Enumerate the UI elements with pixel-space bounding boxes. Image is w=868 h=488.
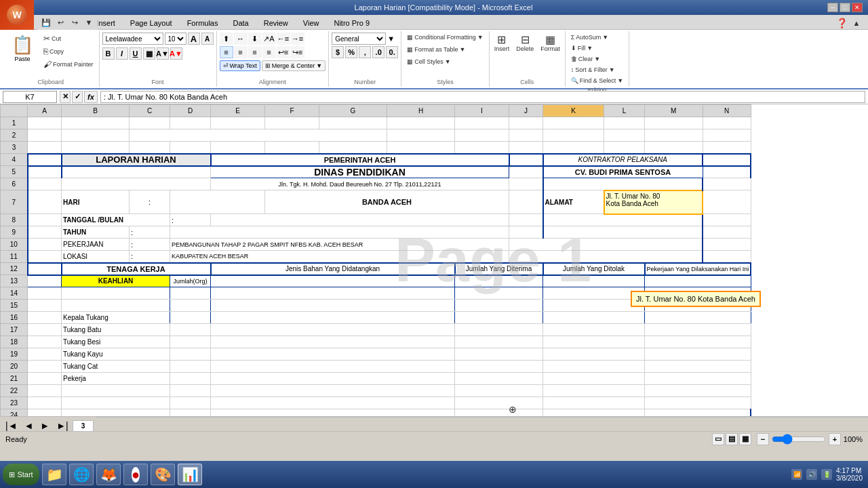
cell-b8[interactable]: TANGGAL /BULAN [62,214,170,226]
cell-k1[interactable] [543,117,604,129]
cell-a16[interactable] [28,312,62,324]
merge-center-button[interactable]: ⊞ Merge & Center ▼ [262,60,326,71]
cell-b7[interactable]: HARI [62,190,130,214]
delete-btn[interactable]: ⊟ Delete [514,33,536,55]
cell-k24[interactable] [543,409,645,417]
normal-view-btn[interactable]: ▭ [712,433,724,445]
col-header-i[interactable]: I [455,105,509,117]
cell-b3[interactable] [62,142,130,154]
cell-n1[interactable] [703,117,751,129]
ltr-btn[interactable]: ↪≡ [291,46,304,58]
tab-page-layout[interactable]: Page Layout [123,16,180,29]
cell-a24[interactable] [28,409,62,417]
cell-e1[interactable] [211,117,265,129]
cell-e23[interactable] [211,397,455,409]
cell-b21[interactable]: Pekerja [62,373,170,385]
cell-a15[interactable] [28,300,62,312]
font-family-select[interactable]: Leelawadee [102,33,163,45]
cell-m23[interactable] [645,397,751,409]
tab-review[interactable]: Review [256,16,296,29]
cell-d8[interactable]: : [170,214,211,226]
cell-h1[interactable] [387,117,455,129]
indent-decrease-btn[interactable]: ←≡ [277,33,290,45]
ribbon-help-btn[interactable]: ❓ [835,17,848,29]
cell-j8[interactable] [509,214,543,226]
cell-n7[interactable] [703,190,751,214]
sort-filter-btn[interactable]: ↕ Sort & Filter ▼ [568,65,618,75]
cell-n4[interactable] [703,154,751,166]
cell-e5[interactable]: DINAS PENDIDIKAN [211,166,509,178]
save-quick-btn[interactable]: 💾 [40,16,52,28]
cell-e12[interactable]: Jenis Bahan Yang Didatangkan [211,263,455,275]
cell-f3[interactable] [265,142,319,154]
increase-font-btn[interactable]: A [188,33,200,45]
cell-e14[interactable] [211,287,455,300]
cell-a23[interactable] [28,397,62,409]
cell-e15[interactable] [211,300,455,312]
cell-k3[interactable] [543,142,604,154]
redo-quick-btn[interactable]: ↪ [68,16,81,28]
cell-e17[interactable] [211,324,455,336]
italic-button[interactable]: I [116,47,128,60]
wrap-text-button[interactable]: ⏎ Wrap Text [220,60,260,71]
cell-k7[interactable]: ALAMAT [543,190,604,214]
cell-n10[interactable] [703,239,751,251]
cell-f1[interactable] [265,117,319,129]
cell-e13[interactable] [211,275,455,287]
cell-d11[interactable]: KABUPATEN ACEH BESAR [170,251,509,263]
align-bottom-btn[interactable]: ⬇ [248,33,262,45]
cell-n11[interactable] [703,251,751,263]
cell-a8[interactable] [28,214,62,226]
find-select-btn[interactable]: 🔍 Find & Select ▼ [568,76,626,85]
cell-f7[interactable]: BANDA ACEH [265,190,509,214]
taskbar-explorer[interactable]: 📁 [42,464,66,485]
qa-dropdown-btn[interactable]: ▼ [83,16,95,28]
text-angle-btn[interactable]: ↗A [262,33,276,45]
cell-i13[interactable] [455,275,543,287]
cell-i23[interactable] [455,397,543,409]
cell-j10[interactable] [509,239,703,251]
cell-b13[interactable]: KEAHLIAN [62,275,170,287]
decrease-font-btn[interactable]: A [201,33,214,45]
cell-g1[interactable] [319,117,387,129]
cell-d1[interactable] [170,117,211,129]
col-header-n[interactable]: N [703,105,751,117]
cell-k15[interactable] [543,300,645,312]
cell-d14[interactable] [170,287,211,300]
cell-n6[interactable] [703,178,751,190]
cell-e21[interactable] [211,373,455,385]
cell-b15[interactable] [62,300,170,312]
cell-a9[interactable] [28,226,62,239]
cell-m2[interactable] [645,129,703,142]
cell-l2[interactable] [604,129,645,142]
cell-a6[interactable] [28,178,62,190]
cell-c10[interactable]: : [130,239,170,251]
cell-d15[interactable] [170,300,211,312]
cell-j1[interactable] [509,117,543,129]
cell-e4[interactable]: PEMERINTAH ACEH [211,154,509,166]
cell-e24[interactable] [211,409,455,417]
cell-k12[interactable]: Jumlah Yang Ditolak [543,263,645,275]
close-button[interactable]: ✕ [852,3,863,12]
border-btn[interactable]: ▦ [143,47,155,60]
cell-k4[interactable]: KONTRAKTOR PELAKSANA [543,154,703,166]
cell-a21[interactable] [28,373,62,385]
cell-e8[interactable] [211,214,509,226]
zoom-in-btn[interactable]: + [829,433,841,445]
font-color-btn[interactable]: A▼ [170,47,182,60]
cell-k13[interactable] [543,275,645,287]
cell-k14[interactable] [543,287,645,300]
cell-b16[interactable]: Kepala Tukang [62,312,170,324]
cell-l3[interactable] [604,142,645,154]
cell-e22[interactable] [211,385,455,397]
cut-button[interactable]: ✂ Cut [41,33,96,45]
format-painter-button[interactable]: 🖌 Format Painter [41,58,96,70]
cell-m13[interactable] [645,275,751,287]
col-header-j[interactable]: J [509,105,543,117]
font-size-select[interactable]: 10 [165,33,186,45]
office-button[interactable]: W [0,0,34,30]
cell-l7[interactable]: Jl. T. Umar No. 80Kota Banda Aceh [604,190,703,214]
format-as-table-btn[interactable]: ▦ Format as Table ▼ [404,45,468,54]
cell-a20[interactable] [28,361,62,373]
align-middle-btn[interactable]: ↔ [234,33,248,45]
